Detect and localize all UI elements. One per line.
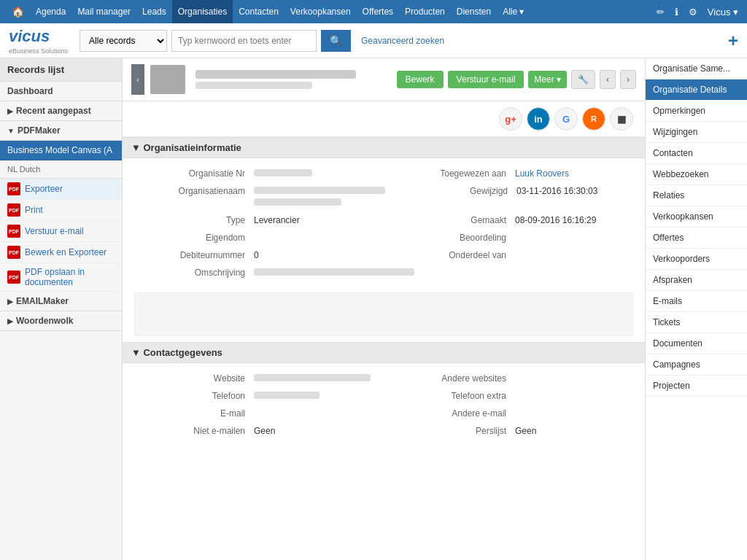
rapportive-icon[interactable]: R xyxy=(582,107,605,131)
search-input[interactable] xyxy=(171,30,317,52)
tab-projecten[interactable]: Projecten xyxy=(646,376,747,397)
organisatie-section-body: Organisatie Nr Toegewezen aan Luuk Roove… xyxy=(123,158,645,287)
toegewezen-label: Toegewezen aan xyxy=(384,167,515,179)
nav-leads[interactable]: Leads xyxy=(136,0,172,23)
gewijzigd-value: 03-11-2016 16:30:03 xyxy=(516,184,645,196)
sidebar-woordenwolk[interactable]: ▶ Woordenwolk xyxy=(0,311,122,331)
pdf-print-icon: PDF xyxy=(7,203,20,217)
sidebar-action-save[interactable]: PDF PDF opslaan in documenten xyxy=(0,263,122,292)
sidebar-action-print[interactable]: PDF Print xyxy=(0,200,122,221)
telefoon-value xyxy=(254,389,384,401)
niet-emailen-label: Niet e-mailen xyxy=(123,424,254,436)
sidebar: Records lijst Dashboard ▶ Recent aangepa… xyxy=(0,58,123,560)
nav-alle[interactable]: Alle ▾ xyxy=(497,0,530,23)
meer-button[interactable]: Meer ▾ xyxy=(528,71,567,88)
onderdeel-value xyxy=(515,249,645,250)
add-button[interactable]: + xyxy=(728,31,738,51)
omschrijving-value xyxy=(254,266,414,278)
google-plus-icon[interactable]: g+ xyxy=(499,107,522,131)
tab-offertes[interactable]: Offertes xyxy=(646,228,747,249)
sidebar-pdfmaker[interactable]: ▼ PDFMaker xyxy=(0,121,122,141)
sidebar-active-item[interactable]: Business Model Canvas (A xyxy=(0,141,122,160)
sidebar-action-export[interactable]: PDF Exporteer xyxy=(0,179,122,200)
organisatie-info-section: ▼ Organisatieinformatie Organisatie Nr T… xyxy=(123,137,645,287)
social-icons-row: g+ in G R ▦ xyxy=(123,101,645,137)
tool-button[interactable]: 🔧 xyxy=(571,70,595,89)
prev-button[interactable]: ‹ xyxy=(600,70,616,89)
arrow-wolk-icon: ▶ xyxy=(7,317,13,325)
organisatie-section-header[interactable]: ▼ Organisatieinformatie xyxy=(123,137,645,158)
field-row-niet-emailen: Niet e-mailen Geen Perslijst Geen xyxy=(123,421,645,439)
tab-wijzigingen[interactable]: Wijzigingen xyxy=(646,122,747,143)
send-email-button[interactable]: Verstuur e-mail xyxy=(448,71,525,88)
pdf-bewerk-icon: PDF xyxy=(7,246,20,259)
field-row-omschrijving: Omschrijving xyxy=(123,263,645,281)
debnr-value: 0 xyxy=(254,249,384,260)
tab-afspraken[interactable]: Afspraken xyxy=(646,270,747,291)
pdf-save-icon: PDF xyxy=(7,271,20,284)
tab-emails[interactable]: E-mails xyxy=(646,291,747,312)
sidebar-title: Records lijst xyxy=(0,58,122,82)
export-label: Exporteer xyxy=(25,184,63,194)
collapse-sidebar-button[interactable]: ‹ xyxy=(131,64,144,95)
debnr-label: Debiteurnummer xyxy=(123,249,254,260)
sidebar-action-email[interactable]: PDF Verstuur e-mail xyxy=(0,221,122,242)
tab-webbezoeken[interactable]: Webbezoeken xyxy=(646,164,747,185)
search-area: Alle records 🔍 Geavanceerd zoeken xyxy=(80,30,444,52)
text-area-placeholder xyxy=(134,292,633,336)
record-title-blurred xyxy=(196,70,356,79)
sidebar-dashboard[interactable]: Dashboard xyxy=(0,82,122,101)
sidebar-emailmaker[interactable]: ▶ EMAILMaker xyxy=(0,292,122,311)
nav-contacten[interactable]: Contacten xyxy=(233,0,285,23)
tab-tickets[interactable]: Tickets xyxy=(646,312,747,333)
tab-opmerkingen[interactable]: Opmerkingen xyxy=(646,101,747,122)
edit-button[interactable]: Bewerk xyxy=(397,71,444,88)
user-menu[interactable]: Vicus ▾ xyxy=(705,7,741,18)
sidebar-recent-label: Recent aangepast xyxy=(16,106,91,116)
contactgegevens-section-header[interactable]: ▼ Contactgegevens xyxy=(123,342,645,363)
tab-verkoopkansen[interactable]: Verkoopkansen xyxy=(646,206,747,228)
main-layout: Records lijst Dashboard ▶ Recent aangepa… xyxy=(0,58,747,560)
nav-agenda[interactable]: Agenda xyxy=(30,0,71,23)
field-row-debnr: Debiteurnummer 0 Onderdeel van xyxy=(123,246,645,263)
advanced-search-link[interactable]: Geavanceerd zoeken xyxy=(361,36,444,46)
contactgegevens-section-body: Website Andere websites Telefoon Telefoo… xyxy=(123,363,645,445)
next-button[interactable]: › xyxy=(620,70,636,89)
field-row-telefoon: Telefoon Telefoon extra xyxy=(123,386,645,404)
qr-icon[interactable]: ▦ xyxy=(610,107,633,131)
nav-verkoopkansen[interactable]: Verkoopkansen xyxy=(285,0,357,23)
tab-organisatie-details[interactable]: Organisatie Details xyxy=(646,79,747,101)
settings-icon[interactable]: ⚙ xyxy=(686,7,700,18)
tab-contacten[interactable]: Contacten xyxy=(646,143,747,164)
tab-campagnes[interactable]: Campagnes xyxy=(646,354,747,376)
search-select[interactable]: Alle records xyxy=(80,30,167,52)
nav-producten[interactable]: Producten xyxy=(399,0,451,23)
toegewezen-link[interactable]: Luuk Roovers xyxy=(515,168,569,179)
sidebar-action-bewerk[interactable]: PDF Bewerk en Exporteer xyxy=(0,242,122,263)
tab-organisatie-same[interactable]: Organisatie Same... xyxy=(646,58,747,79)
sidebar-pdfmaker-label: PDFMaker xyxy=(18,125,61,136)
linkedin-icon[interactable]: in xyxy=(527,107,550,131)
contactgegevens-section-title: ▼ Contactgegevens xyxy=(131,347,222,358)
sidebar-language: NL Dutch xyxy=(0,160,122,179)
tab-relaties[interactable]: Relaties xyxy=(646,185,747,206)
nav-diensten[interactable]: Diensten xyxy=(451,0,497,23)
search-button[interactable]: 🔍 xyxy=(321,30,351,52)
email-label: Verstuur e-mail xyxy=(25,226,84,236)
sidebar-recent[interactable]: ▶ Recent aangepast xyxy=(0,101,122,121)
tab-documenten[interactable]: Documenten xyxy=(646,333,747,354)
record-actions: Bewerk Verstuur e-mail Meer ▾ 🔧 ‹ › xyxy=(397,70,636,89)
home-icon[interactable]: 🏠 xyxy=(6,6,30,18)
google-icon[interactable]: G xyxy=(554,107,578,131)
field-row-orgnaam: Organisatienaam Gewijzigd 03-11-2016 16:… xyxy=(123,182,645,211)
tab-verkooporders[interactable]: Verkooporders xyxy=(646,249,747,270)
nav-offertes[interactable]: Offertes xyxy=(357,0,399,23)
edit-icon[interactable]: ✏ xyxy=(654,7,667,18)
field-row-orgnr: Organisatie Nr Toegewezen aan Luuk Roove… xyxy=(123,164,645,182)
record-icon xyxy=(150,65,185,94)
nav-mail-manager[interactable]: Mail manager xyxy=(71,0,136,23)
info-icon[interactable]: ℹ xyxy=(672,7,681,18)
type-label: Type xyxy=(123,214,254,225)
nav-organisaties[interactable]: Organisaties xyxy=(172,0,233,23)
header-bar: vicus eBusiness Solutions Alle records 🔍… xyxy=(0,23,747,58)
